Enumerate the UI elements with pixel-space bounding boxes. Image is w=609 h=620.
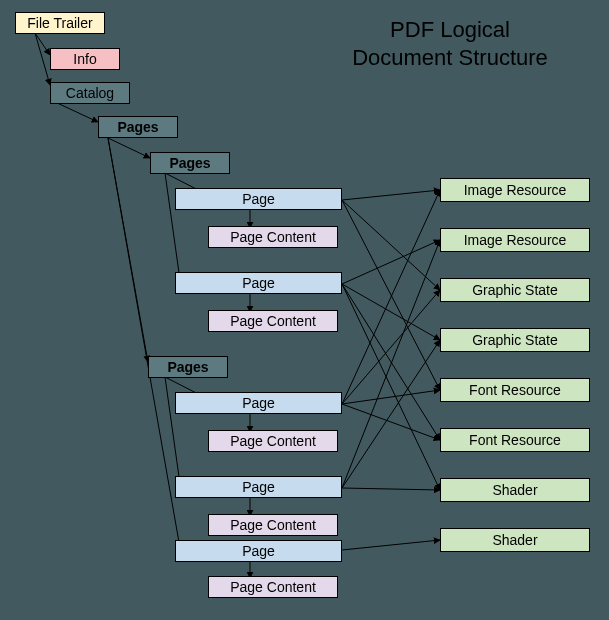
svg-line-18 [342,240,440,284]
svg-line-1 [35,33,50,85]
node-res-font2: Font Resource [440,428,590,452]
node-pc-a2: Page Content [208,310,338,332]
svg-line-28 [342,488,440,490]
svg-line-2 [55,102,98,122]
svg-line-24 [342,390,440,404]
svg-line-17 [342,200,440,390]
svg-line-20 [342,284,440,440]
svg-line-21 [342,284,440,490]
node-res-gs1: Graphic State [440,278,590,302]
node-page-c: Page [175,540,342,562]
node-pc-a1: Page Content [208,226,338,248]
node-res-sh2: Shader [440,528,590,552]
node-res-img1: Image Resource [440,178,590,202]
title-line-1: PDF Logical [390,17,510,42]
node-info: Info [50,48,120,70]
svg-line-29 [342,540,440,550]
svg-line-5 [108,138,180,548]
svg-line-16 [342,200,440,290]
svg-line-22 [342,190,440,404]
node-page-a1: Page [175,188,342,210]
node-page-a2: Page [175,272,342,294]
node-res-sh1: Shader [440,478,590,502]
node-page-b2: Page [175,476,342,498]
svg-line-3 [108,138,150,158]
node-pages-root: Pages [98,116,178,138]
diagram-title: PDF Logical Document Structure [310,16,590,71]
node-pages-a: Pages [150,152,230,174]
node-res-img2: Image Resource [440,228,590,252]
node-res-font1: Font Resource [440,378,590,402]
node-pages-b: Pages [148,356,228,378]
svg-line-26 [342,240,440,488]
node-pc-b2: Page Content [208,514,338,536]
svg-line-0 [35,33,50,55]
svg-line-15 [342,190,440,200]
title-line-2: Document Structure [352,45,548,70]
node-res-gs2: Graphic State [440,328,590,352]
svg-line-23 [342,290,440,404]
svg-line-25 [342,404,440,440]
node-file-trailer: File Trailer [15,12,105,34]
node-pc-b1: Page Content [208,430,338,452]
svg-line-4 [108,138,148,362]
node-catalog: Catalog [50,82,130,104]
node-page-b1: Page [175,392,342,414]
svg-line-27 [342,340,440,488]
svg-line-19 [342,284,440,340]
node-pc-c: Page Content [208,576,338,598]
